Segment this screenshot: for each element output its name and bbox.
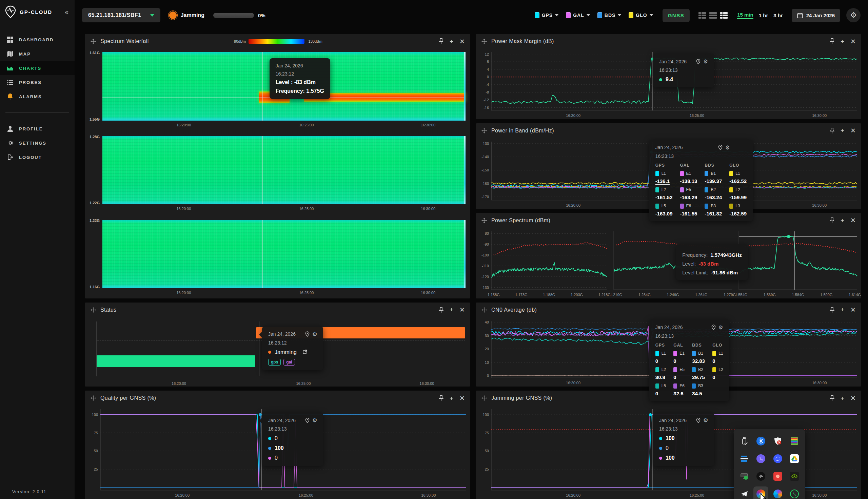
pin-icon[interactable] bbox=[830, 307, 834, 313]
tray-icon-telegram[interactable] bbox=[737, 486, 752, 499]
view-toggle-grid-icon[interactable] bbox=[720, 12, 728, 19]
drag-move-icon[interactable] bbox=[481, 218, 487, 223]
tray-icon-audio-wave[interactable] bbox=[753, 469, 768, 484]
tooltip-grid-cell: E5 -163.29 bbox=[680, 187, 698, 200]
tray-icon-color-browser[interactable] bbox=[753, 486, 768, 499]
sidebar-item-settings[interactable]: SETTINGS bbox=[0, 136, 75, 150]
location-pin-icon[interactable] bbox=[718, 145, 723, 150]
waterfall-chart-l2[interactable]: 1.28G1.22G 16:20:0016:25:0016:30:00 bbox=[85, 136, 465, 212]
drag-move-icon[interactable] bbox=[90, 395, 96, 401]
close-icon[interactable]: ✕ bbox=[460, 307, 465, 313]
drag-move-icon[interactable] bbox=[481, 395, 487, 401]
cn0-average-chart[interactable]: 40302010016:20:0016:25:0016:30:00 Jan 24… bbox=[476, 317, 861, 387]
pin-icon[interactable] bbox=[830, 395, 834, 401]
drag-move-icon[interactable] bbox=[90, 38, 96, 44]
power-spectrum-chart[interactable]: -80-90-100-110-120-1301.158G1.173G1.188G… bbox=[476, 228, 861, 299]
power-in-band-chart[interactable]: -130-140-150-160-17016:20:0016:25:0016:3… bbox=[476, 138, 861, 209]
tray-icon-usb-drive[interactable] bbox=[737, 434, 752, 449]
tray-icon-spreadsheet[interactable] bbox=[787, 434, 802, 449]
power-mask-margin-chart[interactable]: 12840-4-8-12-1616:20:0016:25:0016:30:00 … bbox=[476, 49, 861, 119]
drag-move-icon[interactable] bbox=[481, 38, 487, 44]
constellation-filter-glo[interactable]: GLO bbox=[629, 12, 653, 18]
gear-icon[interactable]: ⚙ bbox=[312, 417, 317, 424]
sidebar-item-charts[interactable]: CHARTS bbox=[0, 61, 75, 75]
add-icon[interactable]: + bbox=[841, 38, 844, 45]
view-toggle-list-icon[interactable] bbox=[699, 12, 706, 19]
add-icon[interactable]: + bbox=[450, 395, 453, 401]
tray-icon-nvidia-settings[interactable] bbox=[787, 469, 802, 484]
gps-color-swatch bbox=[535, 12, 539, 18]
gnss-mode-button[interactable]: GNSS bbox=[663, 9, 690, 22]
sidebar-item-profile[interactable]: PROFILE bbox=[0, 122, 75, 136]
sidebar-item-probes[interactable]: PROBES bbox=[0, 75, 75, 89]
close-icon[interactable]: ✕ bbox=[851, 395, 856, 401]
location-pin-icon[interactable] bbox=[696, 59, 701, 64]
gear-icon[interactable]: ⚙ bbox=[703, 58, 708, 65]
location-pin-icon[interactable] bbox=[696, 418, 701, 423]
sidebar-item-dashboard[interactable]: DASHBOARD bbox=[0, 33, 75, 47]
range-3hr[interactable]: 3 hr bbox=[773, 13, 783, 18]
range-1hr[interactable]: 1 hr bbox=[759, 13, 768, 18]
gear-icon[interactable]: ⚙ bbox=[703, 417, 708, 424]
gear-icon[interactable]: ⚙ bbox=[718, 324, 723, 331]
pin-icon[interactable] bbox=[439, 307, 443, 313]
tray-icon-google-drive[interactable] bbox=[787, 451, 802, 466]
location-pin-icon[interactable] bbox=[305, 331, 310, 337]
svg-text:-4: -4 bbox=[486, 83, 489, 87]
add-icon[interactable]: + bbox=[841, 127, 844, 134]
tray-icon-device-monitor[interactable] bbox=[737, 469, 752, 484]
waterfall-chart-l5[interactable]: 1.22G1.16G 16:20:0016:25:0016:30:00 bbox=[85, 220, 465, 296]
add-icon[interactable]: + bbox=[841, 395, 844, 401]
drag-move-icon[interactable] bbox=[90, 307, 96, 313]
tray-icon-whatsapp[interactable] bbox=[787, 486, 802, 499]
close-icon[interactable]: ✕ bbox=[460, 38, 465, 45]
tray-icon-dotted-ring-app[interactable] bbox=[770, 451, 785, 466]
add-icon[interactable]: + bbox=[450, 307, 453, 313]
sidebar-item-map[interactable]: MAP bbox=[0, 47, 75, 61]
add-icon[interactable]: + bbox=[841, 307, 844, 313]
drag-move-icon[interactable] bbox=[481, 128, 487, 134]
tray-icon-viber[interactable] bbox=[753, 451, 768, 466]
quality-chart[interactable]: 10075502516:20:0016:25:0016:30:00 Jan 24… bbox=[85, 405, 470, 499]
power-spectrum-tooltip: Frequency:1.574943GHzLevel:-83 dBmLevel … bbox=[676, 244, 748, 280]
tray-icon-scanner[interactable] bbox=[737, 451, 752, 466]
tray-icon-defender-shield[interactable] bbox=[770, 434, 785, 449]
sidebar-item-logout[interactable]: LOGOUT bbox=[0, 150, 75, 164]
pin-icon[interactable] bbox=[439, 38, 443, 44]
sidebar-collapse-button[interactable]: « bbox=[65, 8, 70, 16]
status-chart[interactable]: Jan 24, 2026 ⚙ 16:23:12 Jamming gps gal bbox=[85, 317, 470, 387]
range-15min[interactable]: 15 min bbox=[737, 12, 753, 19]
jamming-target-icon bbox=[169, 12, 177, 19]
gear-icon[interactable]: ⚙ bbox=[725, 144, 730, 151]
probe-selector[interactable]: 65.21.181.181/SBF1 bbox=[82, 8, 160, 22]
close-icon[interactable]: ✕ bbox=[851, 307, 856, 313]
date-picker-button[interactable]: 24 Jan 2026 bbox=[792, 9, 840, 22]
pin-icon[interactable] bbox=[830, 38, 834, 44]
constellation-filter-gps[interactable]: GPS bbox=[535, 12, 559, 18]
waterfall-chart-l1[interactable]: 1.61G1.55G Jan 24, 2026 16:23:12 Level :… bbox=[85, 52, 465, 128]
tray-icon-bluetooth[interactable] bbox=[753, 434, 768, 449]
add-icon[interactable]: + bbox=[450, 38, 453, 45]
drag-move-icon[interactable] bbox=[481, 307, 487, 313]
view-toggle-rows-icon[interactable] bbox=[709, 12, 717, 19]
pin-icon[interactable] bbox=[830, 218, 834, 223]
tray-icon-copilot[interactable] bbox=[770, 486, 785, 499]
settings-gear-button[interactable]: ⚙ bbox=[846, 8, 860, 22]
external-link-icon[interactable] bbox=[303, 349, 307, 355]
constellation-filter-gal[interactable]: GAL bbox=[566, 12, 590, 18]
sidebar-item-alarms[interactable]: ALARMS bbox=[0, 89, 75, 104]
location-pin-icon[interactable] bbox=[305, 418, 310, 423]
close-icon[interactable]: ✕ bbox=[851, 217, 856, 223]
svg-text:1.569G: 1.569G bbox=[763, 293, 776, 297]
location-pin-icon[interactable] bbox=[711, 325, 716, 330]
close-icon[interactable]: ✕ bbox=[460, 395, 465, 401]
pin-icon[interactable] bbox=[439, 395, 443, 401]
svg-text:1.234G: 1.234G bbox=[638, 293, 650, 297]
pin-icon[interactable] bbox=[830, 128, 834, 134]
gear-icon[interactable]: ⚙ bbox=[312, 331, 317, 338]
tray-icon-screen-recorder[interactable] bbox=[770, 469, 785, 484]
add-icon[interactable]: + bbox=[841, 217, 844, 223]
constellation-filter-bds[interactable]: BDS bbox=[597, 12, 621, 18]
close-icon[interactable]: ✕ bbox=[851, 127, 856, 134]
close-icon[interactable]: ✕ bbox=[851, 38, 856, 45]
